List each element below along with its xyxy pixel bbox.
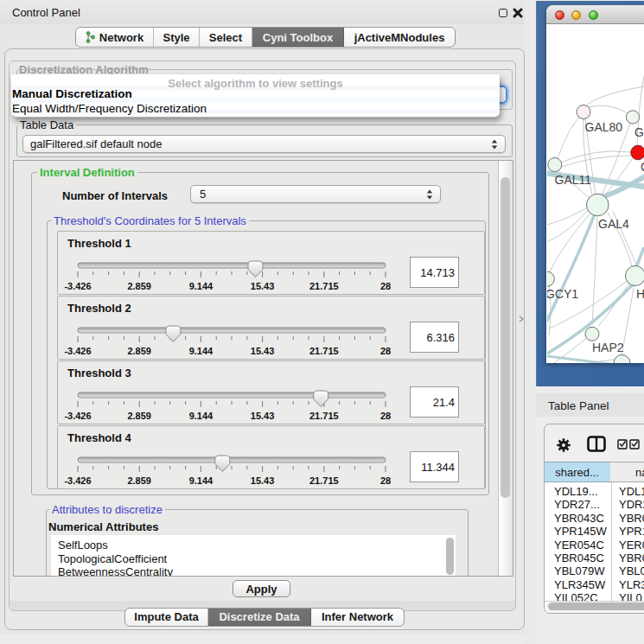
svg-text:2.859: 2.859 [127,411,151,421]
svg-text:28: 28 [380,411,391,421]
svg-text:15.43: 15.43 [251,475,275,486]
svg-text:15.43: 15.43 [251,281,275,291]
svg-text:21.715: 21.715 [309,281,339,291]
svg-text:9.144: 9.144 [189,411,214,421]
svg-text:28: 28 [380,346,391,356]
svg-text:2.859: 2.859 [127,475,151,486]
svg-text:9.144: 9.144 [189,475,214,486]
svg-text:C: C [641,160,644,174]
svg-text:2.859: 2.859 [127,346,151,356]
svg-text:21.715: 21.715 [309,346,339,356]
svg-text:9.144: 9.144 [189,281,214,291]
svg-text:GA: GA [634,125,644,139]
svg-text:28: 28 [380,281,391,291]
svg-text:-3.426: -3.426 [64,346,91,356]
svg-text:-3.426: -3.426 [64,411,91,421]
svg-text:21.715: 21.715 [309,411,339,421]
svg-text:HAP2: HAP2 [592,341,624,354]
svg-text:2.859: 2.859 [127,281,151,291]
svg-text:GAL80: GAL80 [585,120,623,134]
svg-text:15.43: 15.43 [251,346,275,356]
svg-text:-3.426: -3.426 [64,281,91,291]
svg-text:GAL11: GAL11 [555,173,592,187]
svg-text:H: H [636,287,644,301]
svg-text:-3.426: -3.426 [64,475,91,486]
svg-text:9.144: 9.144 [189,346,214,356]
svg-text:15.43: 15.43 [251,411,275,421]
svg-text:21.715: 21.715 [309,475,339,486]
svg-text:GAL4: GAL4 [598,217,629,231]
svg-text:28: 28 [380,475,391,486]
svg-text:GCY1: GCY1 [547,287,578,301]
